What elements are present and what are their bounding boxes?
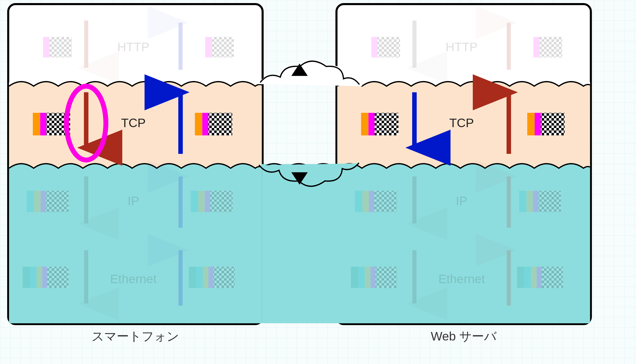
svg-rect-9 bbox=[43, 37, 49, 57]
http-label-left: HTTP bbox=[117, 40, 149, 54]
svg-rect-65 bbox=[538, 191, 561, 212]
svg-rect-76 bbox=[537, 267, 542, 288]
svg-rect-28 bbox=[210, 191, 233, 212]
svg-rect-39 bbox=[209, 267, 213, 288]
svg-rect-40 bbox=[213, 267, 235, 288]
svg-rect-68 bbox=[351, 267, 358, 288]
svg-rect-80 bbox=[262, 164, 338, 323]
svg-rect-37 bbox=[196, 267, 203, 288]
svg-rect-49 bbox=[540, 37, 562, 57]
svg-rect-62 bbox=[519, 191, 527, 212]
smartphone-label: スマートフォン bbox=[92, 329, 179, 343]
network-stack-diagram: HTTP TCP bbox=[0, 0, 636, 357]
ip-label-left: IP bbox=[128, 194, 139, 208]
svg-rect-22 bbox=[34, 191, 41, 212]
svg-rect-47 bbox=[378, 37, 400, 57]
svg-rect-64 bbox=[533, 191, 538, 212]
svg-rect-35 bbox=[47, 267, 68, 288]
svg-rect-12 bbox=[211, 37, 234, 57]
svg-rect-72 bbox=[376, 267, 397, 288]
svg-rect-33 bbox=[37, 267, 42, 288]
svg-rect-34 bbox=[42, 267, 47, 288]
svg-rect-52 bbox=[361, 113, 368, 135]
svg-rect-18 bbox=[195, 113, 202, 135]
eth-label-left: Ethernet bbox=[110, 272, 157, 286]
svg-rect-45 bbox=[337, 164, 590, 323]
svg-rect-70 bbox=[365, 267, 370, 288]
svg-rect-48 bbox=[533, 37, 540, 57]
tcp-label-right: TCP bbox=[449, 116, 474, 130]
svg-rect-27 bbox=[205, 191, 210, 212]
svg-rect-24 bbox=[46, 191, 69, 212]
svg-rect-11 bbox=[205, 37, 211, 57]
svg-rect-60 bbox=[369, 191, 374, 212]
svg-rect-58 bbox=[355, 191, 362, 212]
svg-rect-32 bbox=[30, 267, 37, 288]
tcp-label-left: TCP bbox=[121, 116, 146, 130]
svg-rect-53 bbox=[368, 113, 375, 135]
svg-rect-55 bbox=[527, 113, 535, 135]
svg-rect-77 bbox=[542, 267, 563, 288]
svg-rect-23 bbox=[41, 191, 46, 212]
svg-rect-20 bbox=[209, 113, 232, 135]
svg-rect-15 bbox=[33, 113, 40, 135]
svg-rect-10 bbox=[49, 37, 72, 57]
svg-rect-74 bbox=[524, 267, 531, 288]
webserver-stack: HTTP TCP IP bbox=[336, 4, 591, 324]
svg-rect-19 bbox=[202, 113, 209, 135]
svg-rect-61 bbox=[374, 191, 397, 212]
svg-rect-59 bbox=[362, 191, 369, 212]
svg-rect-69 bbox=[358, 267, 365, 288]
svg-rect-75 bbox=[531, 267, 536, 288]
svg-rect-36 bbox=[189, 267, 196, 288]
svg-rect-54 bbox=[375, 113, 398, 135]
svg-rect-71 bbox=[370, 267, 375, 288]
svg-rect-25 bbox=[191, 191, 198, 212]
ip-label-right: IP bbox=[456, 194, 467, 208]
svg-rect-56 bbox=[535, 113, 541, 135]
svg-rect-21 bbox=[27, 191, 34, 212]
svg-rect-16 bbox=[40, 113, 46, 135]
svg-rect-63 bbox=[527, 191, 533, 212]
eth-label-right: Ethernet bbox=[438, 272, 485, 286]
svg-rect-26 bbox=[198, 191, 205, 212]
svg-rect-31 bbox=[23, 267, 30, 288]
svg-rect-46 bbox=[371, 37, 378, 57]
http-label-right: HTTP bbox=[446, 40, 478, 54]
svg-rect-38 bbox=[203, 267, 208, 288]
svg-rect-73 bbox=[517, 267, 524, 288]
smartphone-stack: HTTP TCP bbox=[8, 4, 262, 324]
svg-rect-57 bbox=[541, 113, 565, 135]
svg-rect-8 bbox=[9, 164, 262, 323]
webserver-label: Web サーバ bbox=[431, 329, 497, 343]
